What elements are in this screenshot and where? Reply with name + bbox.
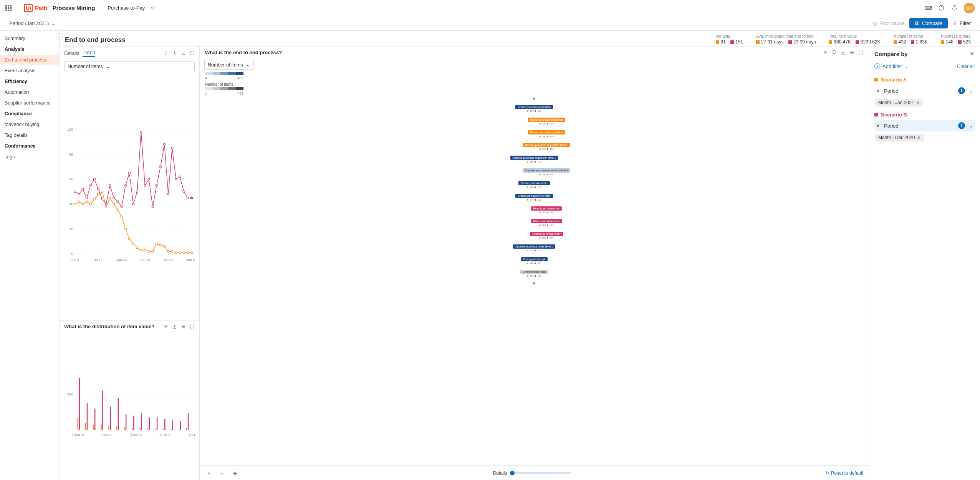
filter-count-badge: 1 (958, 122, 965, 129)
sidebar-item-tags[interactable]: Tags (0, 151, 59, 162)
list-icon[interactable] (849, 50, 854, 55)
filter-chip-b[interactable]: Month - Dec 2020 ✕ (874, 134, 924, 141)
scenario-a-filter[interactable]: ✕ Period 1 ⌄ (874, 85, 975, 96)
kpi-avg-throughput-time-end-to-end: Avg. throughput time end to end27.91 day… (756, 34, 816, 45)
svg-text:100: 100 (67, 128, 73, 131)
remove-filter-icon[interactable]: ✕ (876, 88, 880, 94)
download-icon[interactable] (172, 51, 177, 56)
zoom-out-button[interactable]: − (218, 469, 226, 477)
period-selector[interactable]: Period (Jan 2021) ⌄ (9, 20, 55, 26)
process-node[interactable]: Approve purchase order level 1 (513, 244, 555, 249)
root-cause-button[interactable]: ◎ Root cause (873, 20, 905, 26)
tab-details[interactable]: Details (64, 50, 79, 56)
locate-button[interactable]: ◈ (231, 469, 239, 477)
svg-rect-104 (79, 378, 80, 430)
download-icon[interactable] (172, 324, 177, 329)
svg-text:80: 80 (69, 153, 73, 156)
expand-icon[interactable] (190, 324, 195, 329)
compare-button[interactable]: Compare (909, 18, 948, 28)
chip-remove-icon[interactable]: ✕ (917, 135, 920, 140)
sidebar-item-maverick-buying[interactable]: Maverick buying (0, 119, 59, 130)
chevron-down-icon: ⌄ (246, 62, 250, 68)
process-node[interactable]: Create invoice item (520, 270, 548, 274)
period-label: Period (Jan 2021) (9, 20, 49, 26)
expand-icon[interactable] (858, 50, 863, 55)
chevron-down-icon[interactable]: ⌄ (969, 123, 973, 129)
remove-filter-icon[interactable]: ✕ (876, 123, 880, 129)
trend-metric-dropdown[interactable]: Number of items ⌄ (64, 61, 195, 71)
list-icon[interactable] (181, 324, 186, 329)
svg-rect-111 (108, 425, 109, 430)
process-metric-dropdown[interactable]: Number of items ⌄ (204, 60, 254, 70)
process-node[interactable]: Post goods receipt (521, 257, 548, 261)
download-icon[interactable] (841, 50, 846, 55)
add-filter-button[interactable]: + Add filter ⌄ (874, 63, 909, 69)
sidebar-item-supplier-performance[interactable]: Supplier performance (0, 98, 59, 108)
filter-button[interactable]: Filter (952, 20, 971, 26)
filter-icon[interactable] (823, 50, 828, 55)
gear-icon[interactable]: ⚙ (151, 5, 155, 11)
process-node[interactable]: Create purchase requisition (515, 105, 553, 109)
svg-point-37 (98, 193, 99, 195)
details-slider[interactable] (510, 472, 571, 474)
svg-point-63 (78, 193, 80, 195)
process-node[interactable]: Delete purchase requisition (528, 130, 565, 135)
scenario-b-filter[interactable]: ✕ Period 1 ⌄ (874, 120, 975, 131)
zoom-in-button[interactable]: + (205, 469, 213, 477)
sidebar-item-summary[interactable]: Summary (0, 33, 59, 44)
keyboard-icon[interactable]: ⌨ (925, 5, 932, 12)
process-name[interactable]: Purchase-to-Pay (108, 5, 145, 11)
sidebar-item-tag-details[interactable]: Tag details (0, 130, 59, 141)
expand-icon[interactable] (190, 51, 195, 56)
process-node[interactable]: Create purchase order item (515, 194, 553, 198)
process-node[interactable]: Restore purchase order (530, 232, 563, 236)
process-node[interactable]: Reject purchase order (531, 206, 562, 211)
svg-point-54 (164, 246, 166, 247)
clear-all-button[interactable]: Clear all (957, 64, 975, 69)
reset-button[interactable]: ↻ Reset to default (826, 470, 863, 476)
svg-rect-129 (178, 429, 179, 430)
process-node[interactable]: Create purchase order (518, 181, 550, 185)
svg-rect-120 (141, 413, 142, 430)
help-icon[interactable] (938, 5, 945, 12)
chevron-down-icon[interactable]: ⌄ (969, 88, 973, 94)
chip-remove-icon[interactable]: ✕ (916, 100, 920, 105)
sidebar-item-compliance[interactable]: Compliance (0, 108, 59, 119)
sidebar-item-end-to-end-process[interactable]: End to end process (0, 55, 59, 65)
process-node[interactable]: Approve purchase requisition level 2 (523, 168, 571, 173)
svg-rect-124 (157, 417, 158, 430)
avatar[interactable]: GK (964, 3, 975, 13)
apps-icon[interactable] (5, 5, 12, 11)
sidebar-item-analysis[interactable]: Analysis (0, 44, 59, 55)
process-graph[interactable]: Create purchase requisition100300Reject … (200, 95, 869, 465)
sidebar-item-efficiency[interactable]: Efficiency (0, 76, 59, 87)
process-node[interactable]: Approve purchase requisition level 1 (510, 156, 558, 160)
svg-point-35 (89, 203, 91, 205)
svg-text:< $30.00: < $30.00 (72, 433, 85, 437)
process-node[interactable]: Restore purchase requisition level 1 (523, 143, 570, 147)
svg-text:$180.00: $180.00 (131, 433, 142, 437)
process-node[interactable]: Reject purchase requisition (528, 118, 565, 122)
svg-point-39 (105, 206, 107, 208)
svg-point-40 (109, 197, 111, 199)
svg-point-84 (159, 166, 161, 168)
filter-chip-a[interactable]: Month - Jan 2021 ✕ (874, 99, 924, 106)
sidebar-collapse-button[interactable]: ‹ (56, 33, 63, 40)
scenario-a-header: Scenario A (874, 77, 975, 83)
process-node[interactable]: Delete purchase order (531, 219, 562, 223)
bulb-icon[interactable] (832, 50, 837, 55)
filter-icon[interactable] (163, 51, 168, 56)
list-icon[interactable] (181, 51, 186, 56)
svg-rect-103 (77, 417, 78, 430)
svg-point-75 (124, 184, 126, 186)
filter-icon[interactable] (163, 324, 168, 329)
close-icon[interactable]: ✕ (970, 50, 975, 57)
bell-icon[interactable] (951, 5, 958, 12)
scenario-b-swatch (874, 113, 878, 116)
tab-trend[interactable]: Trend (83, 50, 95, 57)
sidebar-item-event-analysis[interactable]: Event analysis (0, 65, 59, 76)
sidebar-item-automation[interactable]: Automation (0, 87, 59, 98)
svg-point-31 (74, 203, 76, 205)
chip-label: Month - Jan 2021 (878, 100, 914, 105)
sidebar-item-conformance[interactable]: Conformance (0, 141, 59, 151)
